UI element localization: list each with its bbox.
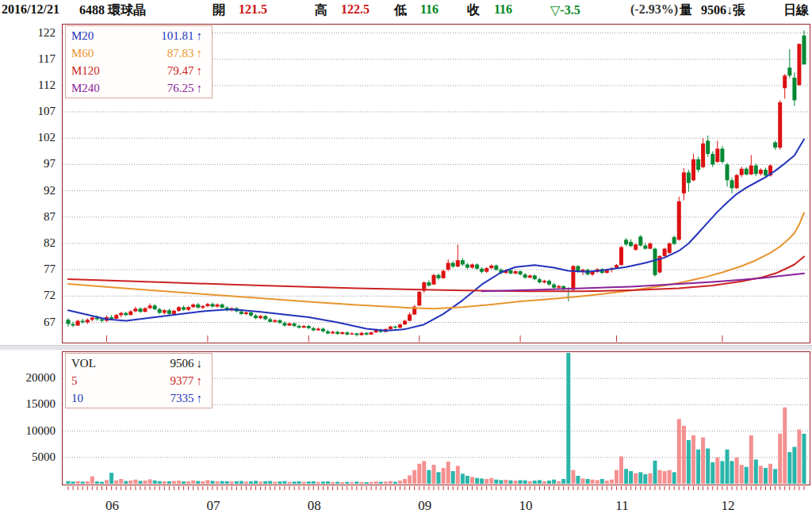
ma120-label: M120: [71, 62, 100, 79]
vol-label: VOL: [71, 354, 96, 372]
axis-tick-label: 92: [2, 182, 56, 198]
up-arrow-icon: ↑: [197, 374, 203, 387]
legend-row-m240: M240 76.25↑: [66, 79, 212, 97]
axis-tick-label: 82: [2, 235, 56, 251]
vol5-value: 9377: [170, 374, 194, 387]
price-chart-panel[interactable]: M20 101.81↑ M60 87.83↑ M120 79.47↑ M240 …: [62, 24, 810, 343]
vol5-label: 5: [71, 372, 78, 389]
up-arrow-icon: ↑: [197, 64, 203, 77]
axis-tick-label: 20000: [2, 370, 56, 385]
axis-tick-label: 117: [2, 51, 56, 67]
axis-tick-label: 122: [2, 25, 56, 40]
quote-symbol: 6488 環球晶: [79, 2, 146, 19]
change-percent: (-2.93%): [630, 2, 678, 17]
ma240-label: M240: [71, 79, 100, 97]
x-axis-strip: 06070809101112: [62, 485, 810, 522]
axis-tick-label: 107: [2, 103, 56, 119]
low-label: 低: [394, 2, 407, 19]
period-selector[interactable]: 日線: [783, 2, 809, 19]
up-arrow-icon: ↑: [197, 47, 203, 59]
vol10-label: 10: [71, 389, 83, 407]
svg-text:08: 08: [308, 498, 321, 513]
stock-chart-window: 2016/12/21 6488 環球晶 開 121.5 高 122.5 低 11…: [0, 0, 812, 525]
axis-tick-label: 77: [2, 261, 56, 277]
svg-text:09: 09: [418, 498, 431, 513]
low-value: 116: [420, 2, 439, 17]
open-label: 開: [213, 2, 225, 19]
volume-chart-panel[interactable]: VOL 9506↓ 5 9377↑ 10 7335↑: [62, 351, 810, 485]
axis-tick-label: 87: [2, 209, 56, 224]
down-arrow-icon: ↓: [197, 357, 203, 370]
ma60-value: 87.83: [167, 47, 194, 59]
ma240-value: 76.25: [167, 82, 194, 94]
vol10-value: 7335: [170, 392, 194, 404]
up-arrow-icon: ↑: [197, 82, 203, 94]
up-arrow-icon: ↑: [197, 392, 203, 404]
ma20-label: M20: [71, 27, 94, 44]
legend-row-vol: VOL 9506↓: [66, 354, 212, 372]
legend-row-m60: M60 87.83↑: [66, 44, 212, 62]
axis-tick-label: 102: [2, 129, 56, 145]
svg-text:11: 11: [615, 498, 628, 513]
axis-tick-label: 112: [2, 77, 56, 93]
open-value: 121.5: [239, 2, 267, 17]
close-value: 116: [494, 2, 512, 17]
up-arrow-icon: ↑: [197, 29, 203, 42]
ma60-label: M60: [71, 44, 94, 62]
legend-row-vol5: 5 9377↑: [66, 372, 212, 389]
volume-legend: VOL 9506↓ 5 9377↑ 10 7335↑: [65, 353, 213, 408]
panel-separator: [0, 345, 812, 351]
svg-text:12: 12: [721, 498, 734, 513]
svg-text:07: 07: [206, 498, 220, 513]
ma-legend: M20 101.81↑ M60 87.83↑ M120 79.47↑ M240 …: [65, 25, 213, 98]
svg-text:10: 10: [519, 498, 533, 513]
change-value: ▽-3.5: [550, 2, 580, 17]
axis-tick-label: 15000: [2, 396, 56, 412]
axis-tick-label: 97: [2, 155, 56, 171]
svg-text:06: 06: [105, 498, 119, 513]
legend-row-m120: M120 79.47↑: [66, 62, 212, 79]
axis-tick-label: 5000: [2, 449, 56, 465]
close-label: 收: [467, 2, 480, 19]
high-label: 高: [315, 2, 327, 19]
volume-value: 9506↓張: [701, 2, 745, 19]
axis-tick-label: 72: [2, 287, 56, 303]
ma120-value: 79.47: [167, 64, 194, 77]
axis-tick-label: 10000: [2, 423, 56, 439]
y-axis-labels: 1221171121071029792878277726720000150001…: [0, 0, 59, 525]
volume-label: 量: [680, 2, 692, 19]
legend-row-m20: M20 101.81↑: [66, 27, 212, 44]
axis-tick-label: 67: [2, 314, 56, 330]
legend-row-vol10: 10 7335↑: [66, 389, 212, 407]
vol-value: 9506: [170, 357, 194, 370]
ma20-value: 101.81: [161, 29, 193, 42]
high-value: 122.5: [341, 2, 370, 17]
